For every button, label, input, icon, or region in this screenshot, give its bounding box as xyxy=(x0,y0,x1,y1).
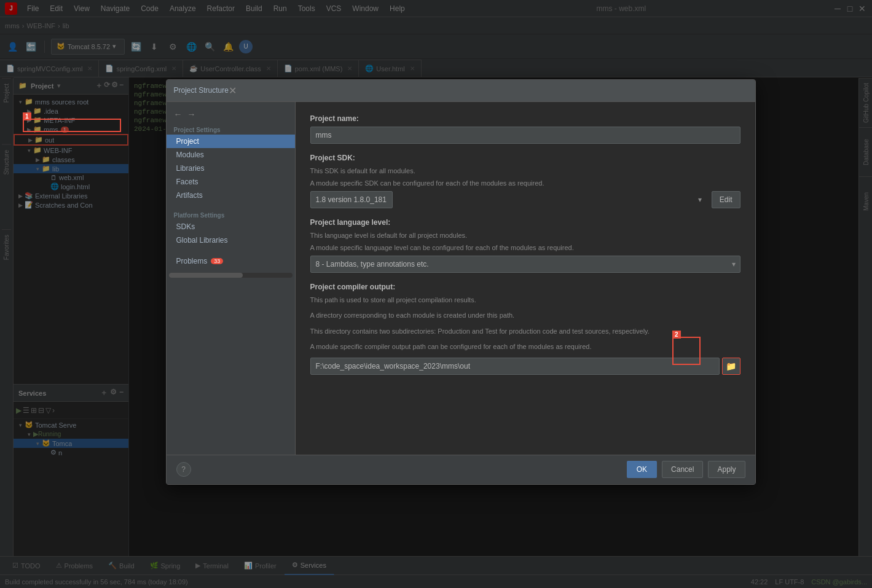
sidebar-item-modules[interactable]: Modules xyxy=(167,148,295,162)
compiler-desc1: This path is used to store all project c… xyxy=(310,295,740,306)
project-structure-modal: Project Structure ✕ ← → Project Settings… xyxy=(166,79,756,485)
project-lang-section: Project language level: This language le… xyxy=(310,218,740,273)
modal-sidebar: ← → Project Settings Project Modules Lib… xyxy=(167,102,296,455)
sdk-select-wrapper: 1.8 version 1.8.0_181 xyxy=(310,191,707,208)
apply-button[interactable]: Apply xyxy=(708,461,745,478)
sdk-select[interactable]: 1.8 version 1.8.0_181 xyxy=(310,191,393,208)
modal-content-area: Project name: Project SDK: This SDK is d… xyxy=(296,102,755,455)
help-button[interactable]: ? xyxy=(176,462,191,477)
lang-desc1: This language level is default for all p… xyxy=(310,230,740,241)
sidebar-item-problems[interactable]: Problems 33 xyxy=(167,254,295,268)
modal-title-bar: Project Structure ✕ xyxy=(167,80,755,102)
problems-count-badge: 33 xyxy=(211,258,223,264)
compiler-label: Project compiler output: xyxy=(310,283,740,291)
modal-title: Project Structure xyxy=(174,86,229,95)
compiler-path-row: 📁 xyxy=(310,358,740,375)
lang-select-wrapper: 8 - Lambdas, type annotations etc. xyxy=(310,256,740,273)
sidebar-item-project[interactable]: Project xyxy=(167,135,295,148)
lang-level-select[interactable]: 8 - Lambdas, type annotations etc. xyxy=(310,256,740,273)
compiler-path-input[interactable] xyxy=(310,358,720,375)
modal-back-button[interactable]: ← xyxy=(174,109,183,119)
compiler-desc3: This directory contains two subdirectori… xyxy=(310,326,740,337)
project-sdk-label: Project SDK: xyxy=(310,154,740,162)
lang-desc2: A module specific language level can be … xyxy=(310,243,740,253)
sdk-row: 1.8 version 1.8.0_181 Edit xyxy=(310,191,740,208)
compiler-desc4: A module specific compiler output path c… xyxy=(310,342,740,353)
modal-forward-button[interactable]: → xyxy=(187,109,196,119)
modal-overlay: Project Structure ✕ ← → Project Settings… xyxy=(0,0,872,588)
project-lang-label: Project language level: xyxy=(310,218,740,227)
modal-body: ← → Project Settings Project Modules Lib… xyxy=(167,102,755,455)
sidebar-scrollbar[interactable] xyxy=(169,273,293,278)
ok-button[interactable]: OK xyxy=(627,461,657,478)
project-name-label: Project name: xyxy=(310,114,740,123)
sdk-desc1: This SDK is default for all modules. xyxy=(310,166,740,176)
compiler-section: Project compiler output: This path is us… xyxy=(310,283,740,375)
compiler-folder-button[interactable]: 📁 xyxy=(722,358,740,375)
project-sdk-section: Project SDK: This SDK is default for all… xyxy=(310,154,740,208)
modal-close-button[interactable]: ✕ xyxy=(229,85,237,96)
sidebar-item-libraries[interactable]: Libraries xyxy=(167,162,295,175)
sdk-edit-button[interactable]: Edit xyxy=(712,191,740,208)
sidebar-item-global-libs[interactable]: Global Libraries xyxy=(167,233,295,247)
modal-nav: ← → xyxy=(167,107,295,124)
modal-footer: ? OK Cancel Apply xyxy=(167,455,755,484)
problems-text: Problems xyxy=(176,257,208,265)
compiler-desc2: A directory corresponding to each module… xyxy=(310,310,740,321)
sdk-desc2: A module specific SDK can be configured … xyxy=(310,178,740,189)
sidebar-item-sdks[interactable]: SDKs xyxy=(167,220,295,233)
cancel-button[interactable]: Cancel xyxy=(662,461,703,478)
sidebar-scrollbar-thumb xyxy=(169,273,243,278)
project-settings-label: Project Settings xyxy=(167,124,295,135)
platform-settings-label: Platform Settings xyxy=(167,210,295,220)
project-name-input[interactable] xyxy=(310,127,740,144)
sidebar-item-artifacts[interactable]: Artifacts xyxy=(167,189,295,202)
sidebar-item-facets[interactable]: Facets xyxy=(167,175,295,189)
